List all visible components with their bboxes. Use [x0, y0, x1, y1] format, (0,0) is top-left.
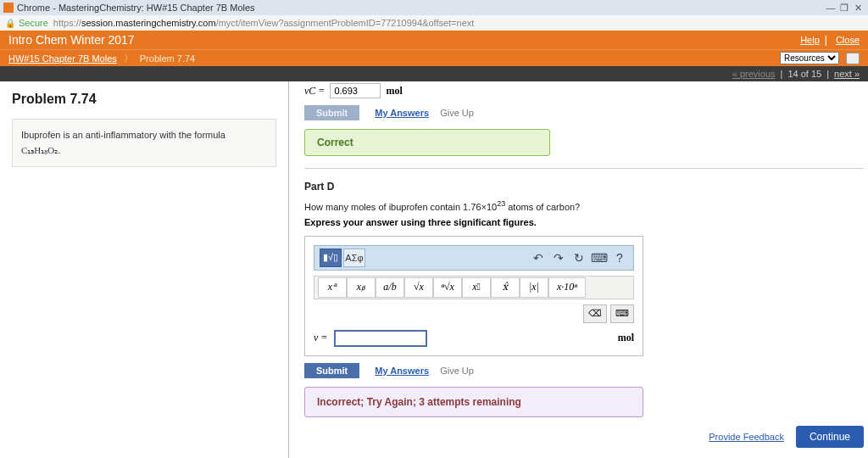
- part-c-answer: νC = mol: [304, 83, 853, 98]
- problem-sidebar: Problem 7.74 Ibuprofen is an anti-inflam…: [0, 81, 288, 458]
- address-bar[interactable]: 🔒 Secure https://session.masteringchemis…: [0, 15, 868, 31]
- hat-button[interactable]: x̂: [491, 277, 520, 298]
- url-text: https://session.masteringchemistry.com/m…: [53, 18, 474, 28]
- footer-actions: Provide Feedback Continue: [304, 426, 864, 448]
- close-window-button[interactable]: ✕: [851, 3, 865, 14]
- part-d-submit-button[interactable]: Submit: [304, 363, 359, 378]
- sqrt-button[interactable]: √x: [404, 277, 433, 298]
- answer-variable: ν =: [314, 332, 327, 344]
- keyboard-icon[interactable]: ⌨: [591, 251, 608, 265]
- breadcrumb: HW#15 Chapter 7B Moles 〉 Problem 7.74 Re…: [0, 49, 868, 66]
- part-d-instruction: Express your answer using three signific…: [304, 217, 853, 227]
- close-link[interactable]: Close: [836, 35, 860, 45]
- eq-toolbar-math: xᵃ xᵦ a/b √x ⁿ√x x⃗ x̂ |x| x·10ⁿ: [314, 276, 634, 299]
- template-eq-icon[interactable]: ▮√▯: [320, 249, 342, 267]
- part-c-submit-button[interactable]: Submit: [304, 105, 359, 120]
- help-link[interactable]: Help: [800, 35, 820, 45]
- continue-button[interactable]: Continue: [796, 426, 864, 448]
- nthroot-button[interactable]: ⁿ√x: [433, 277, 462, 298]
- problem-position: 14 of 15: [787, 69, 821, 79]
- incorrect-feedback: Incorrect; Try Again; 3 attempts remaini…: [304, 387, 643, 417]
- part-d-question: How many moles of ibuprofen contain 1.76…: [304, 199, 853, 212]
- minimize-button[interactable]: —: [824, 3, 837, 13]
- sci-notation-button[interactable]: x·10ⁿ: [548, 277, 586, 298]
- equation-editor: ▮√▯ ΑΣφ ↶ ↷ ↻ ⌨ ? xᵃ xᵦ a/b √x ⁿ√x x⃗ x̂…: [304, 236, 643, 356]
- backspace-icon[interactable]: ⌫: [583, 304, 607, 323]
- provide-feedback-link[interactable]: Provide Feedback: [709, 432, 784, 442]
- next-problem[interactable]: next »: [834, 69, 860, 79]
- part-c-give-up[interactable]: Give Up: [440, 108, 474, 118]
- help-icon[interactable]: ?: [611, 251, 628, 265]
- print-icon[interactable]: [846, 53, 860, 64]
- subscript-button[interactable]: xᵦ: [347, 277, 376, 298]
- section-divider: [304, 168, 864, 169]
- abs-button[interactable]: |x|: [520, 277, 548, 298]
- lock-icon: 🔒: [5, 19, 15, 28]
- course-header: Intro Chem Winter 2017 Help | Close: [0, 31, 868, 49]
- part-d-give-up[interactable]: Give Up: [440, 366, 474, 376]
- resources-dropdown[interactable]: Resources: [780, 52, 839, 64]
- answer-unit: mol: [618, 332, 634, 344]
- fraction-button[interactable]: a/b: [376, 277, 404, 298]
- problem-body: νC = mol Submit My Answers Give Up Corre…: [289, 81, 868, 458]
- course-title: Intro Chem Winter 2017: [8, 33, 135, 47]
- problem-heading: Problem 7.74: [12, 92, 276, 107]
- app-icon: [3, 3, 14, 13]
- undo-icon[interactable]: ↶: [530, 251, 547, 265]
- secure-label: Secure: [19, 18, 48, 28]
- vector-button[interactable]: x⃗: [462, 277, 491, 298]
- redo-icon[interactable]: ↷: [550, 251, 567, 265]
- window-title: Chrome - MasteringChemistry: HW#15 Chapt…: [17, 3, 255, 13]
- problem-nav: « previous | 14 of 15 | next »: [0, 66, 868, 81]
- breadcrumb-problem: Problem 7.74: [140, 53, 195, 64]
- greek-keyboard-button[interactable]: ΑΣφ: [343, 249, 365, 267]
- part-d-answer-input[interactable]: [334, 330, 427, 347]
- part-d-title: Part D: [304, 181, 853, 193]
- breadcrumb-assignment[interactable]: HW#15 Chapter 7B Moles: [8, 53, 117, 64]
- problem-description: Ibuprofen is an anti-inflammatory with t…: [12, 119, 276, 167]
- prev-problem[interactable]: « previous: [732, 69, 776, 79]
- window-titlebar: Chrome - MasteringChemistry: HW#15 Chapt…: [0, 0, 868, 15]
- correct-feedback: Correct: [304, 129, 550, 156]
- part-d-my-answers[interactable]: My Answers: [375, 366, 429, 376]
- part-c-input[interactable]: [330, 83, 381, 98]
- part-c-my-answers[interactable]: My Answers: [375, 108, 429, 118]
- keyboard2-icon[interactable]: ⌨: [610, 304, 634, 323]
- reset-icon[interactable]: ↻: [570, 251, 587, 265]
- maximize-button[interactable]: ❐: [837, 3, 851, 14]
- eq-toolbar-main: ▮√▯ ΑΣφ ↶ ↷ ↻ ⌨ ?: [314, 245, 634, 271]
- superscript-button[interactable]: xᵃ: [318, 277, 347, 298]
